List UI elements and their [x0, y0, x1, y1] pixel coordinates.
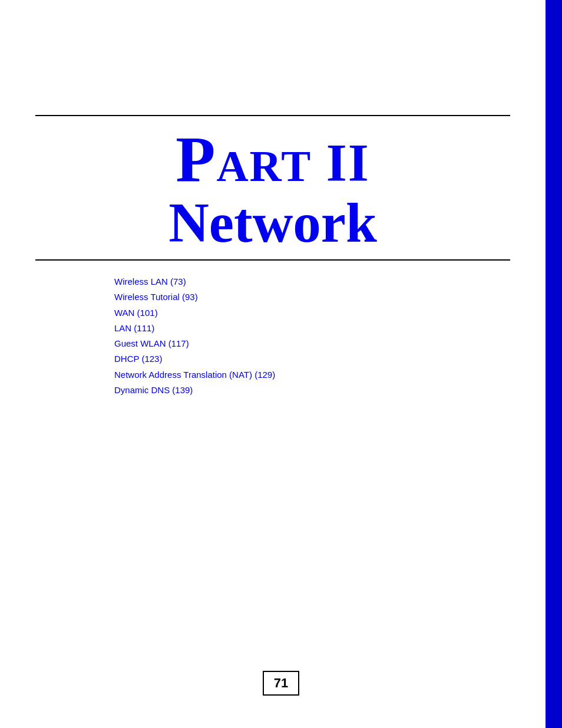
- part-number: II: [326, 134, 370, 192]
- toc-item-guest-wlan[interactable]: Guest WLAN (117): [114, 336, 275, 351]
- toc-section: Wireless LAN (73) Wireless Tutorial (93)…: [114, 274, 275, 398]
- bottom-rule: [35, 259, 510, 261]
- toc-item-dhcp[interactable]: DHCP (123): [114, 351, 275, 367]
- part-title-block: Part II Network: [0, 124, 546, 251]
- toc-item-wireless-tutorial[interactable]: Wireless Tutorial (93): [114, 289, 275, 305]
- toc-item-wireless-lan[interactable]: Wireless LAN (73): [114, 274, 275, 289]
- toc-item-wan[interactable]: WAN (101): [114, 305, 275, 321]
- page-number: 71: [274, 676, 288, 691]
- right-sidebar-bar: [546, 0, 562, 728]
- toc-item-nat[interactable]: Network Address Translation (NAT) (129): [114, 367, 275, 383]
- part-first-letter: P: [176, 123, 216, 195]
- page-number-box: 71: [263, 671, 299, 696]
- top-rule: [35, 115, 510, 116]
- toc-item-dynamic-dns[interactable]: Dynamic DNS (139): [114, 383, 275, 398]
- toc-item-lan[interactable]: LAN (111): [114, 321, 275, 336]
- page-container: Part II Network Wireless LAN (73) Wirele…: [0, 0, 562, 728]
- section-title: Network: [0, 195, 546, 251]
- part-rest-text: art: [216, 141, 312, 190]
- part-label: Part II: [0, 124, 546, 195]
